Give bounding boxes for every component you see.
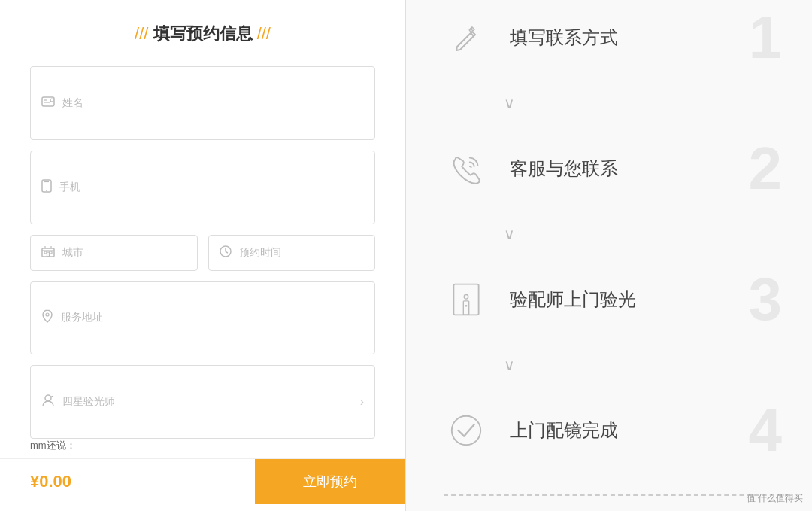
bottom-section: mm还说： ¥0.00 立即预约 [30, 439, 375, 511]
step-3-icon [444, 277, 489, 322]
step-4-label: 上门配镜完成 [510, 418, 618, 443]
chevron-1: ∨ [444, 94, 789, 112]
optometrist-field[interactable]: 四星验光师 › [30, 365, 375, 439]
svg-point-5 [46, 190, 47, 191]
step-1-icon [444, 15, 489, 60]
phone-placeholder: 手机 [59, 181, 80, 194]
city-icon [41, 245, 55, 260]
address-field[interactable]: 服务地址 [30, 281, 375, 355]
svg-point-23 [464, 295, 468, 300]
time-icon [220, 245, 232, 260]
svg-point-3 [50, 99, 53, 102]
svg-rect-8 [44, 251, 47, 254]
optometrist-icon [41, 394, 55, 410]
step-3-label: 验配师上门验光 [510, 287, 636, 312]
form-title: /// 填写预约信息 /// [30, 23, 375, 45]
phone-field[interactable]: 手机 [30, 151, 375, 224]
optometrist-placeholder: 四星验光师 [62, 395, 115, 409]
bottom-divider [444, 494, 789, 496]
step-4-icon [444, 408, 489, 453]
city-placeholder: 城市 [62, 246, 83, 260]
bottom-bar: ¥0.00 立即预约 [0, 458, 405, 503]
svg-line-19 [51, 396, 53, 397]
form-fields: 姓名 手机 [30, 66, 375, 439]
watermark: 值 什么值得买 [747, 492, 803, 505]
name-field[interactable]: 姓名 [30, 66, 375, 140]
svg-rect-22 [463, 301, 468, 315]
svg-rect-10 [47, 252, 50, 257]
optometrist-left: 四星验光师 [41, 394, 115, 410]
step-4-row: 上门配镜完成 4 [444, 408, 789, 453]
city-time-row: 城市 预约时间 [30, 235, 375, 271]
chevron-3: ∨ [444, 356, 789, 374]
step-2-number: 2 [749, 138, 783, 199]
svg-rect-21 [453, 284, 478, 315]
svg-point-18 [45, 395, 51, 401]
book-button[interactable]: 立即预约 [255, 459, 405, 504]
title-slash-right: /// [257, 24, 271, 43]
step-2-row: 客服与您联系 2 [444, 146, 789, 191]
address-placeholder: 服务地址 [61, 311, 103, 324]
chevron-down-3-icon: ∨ [504, 356, 515, 374]
svg-point-17 [46, 313, 49, 316]
chevron-down-1-icon: ∨ [504, 94, 515, 112]
address-icon [41, 309, 53, 326]
step-4-number: 4 [749, 400, 783, 461]
chevron-2: ∨ [444, 225, 789, 243]
title-slash-left: /// [135, 24, 148, 43]
step-1-row: 填写联系方式 1 [444, 15, 789, 60]
left-panel: /// 填写预约信息 /// 姓名 [0, 0, 406, 511]
phone-icon [41, 179, 52, 196]
step-3-row: 验配师上门验光 3 [444, 277, 789, 322]
step-2-label: 客服与您联系 [510, 157, 618, 181]
svg-point-25 [452, 416, 480, 445]
step-1-label: 填写联系方式 [510, 26, 618, 50]
svg-rect-9 [50, 251, 52, 254]
time-placeholder: 预约时间 [239, 246, 281, 260]
svg-point-24 [465, 305, 468, 307]
title-text: 填写预约信息 [153, 24, 253, 43]
city-field[interactable]: 城市 [30, 235, 198, 271]
svg-line-16 [226, 251, 228, 253]
name-icon [41, 96, 55, 110]
mm-text: mm还说： [30, 439, 375, 452]
time-field[interactable]: 预约时间 [208, 235, 376, 271]
chevron-down-2-icon: ∨ [504, 225, 515, 243]
arrow-right-icon: › [360, 395, 364, 409]
name-placeholder: 姓名 [62, 96, 83, 110]
step-3-number: 3 [749, 269, 783, 330]
step-2-icon [444, 146, 489, 191]
price-display: ¥0.00 [0, 472, 255, 491]
right-panel: 填写联系方式 1 ∨ 客服与您联系 2 ∨ [406, 0, 812, 511]
step-1-number: 1 [749, 8, 783, 68]
